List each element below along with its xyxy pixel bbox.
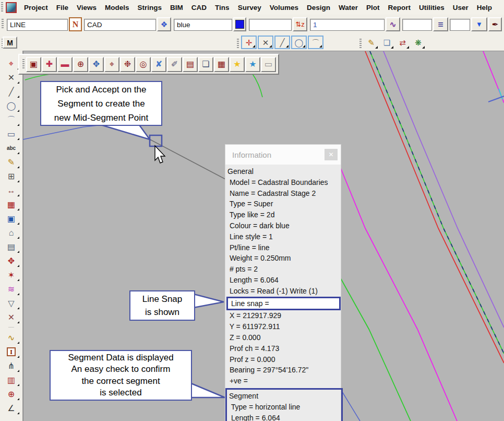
zoom-all-button[interactable]: ❉ — [120, 57, 135, 72]
swap-string-button[interactable]: ⇄ — [395, 36, 410, 49]
parcel-tool[interactable]: ⌂ — [3, 226, 20, 240]
image-insert-tool[interactable]: ▤ — [3, 240, 20, 254]
cad-toggle-m[interactable]: M — [3, 37, 17, 49]
menu-views[interactable]: Views — [73, 4, 101, 11]
sheet-string-button[interactable]: ❏ — [380, 36, 394, 49]
pan-button[interactable]: ✥ — [89, 57, 104, 72]
menu-help[interactable]: Help — [473, 4, 496, 11]
menu-plot[interactable]: Plot — [362, 4, 384, 11]
redraw-button[interactable]: ✐ — [167, 57, 182, 72]
copy-object-tool[interactable]: ▣ — [3, 212, 20, 226]
snap-icon: ⌒ — [312, 39, 320, 46]
height-input[interactable] — [249, 19, 292, 31]
info-row: Type like = 2d — [227, 209, 341, 220]
sidebar-tool-icon: ⌖ — [9, 60, 14, 68]
menu-strings[interactable]: Strings — [134, 4, 166, 11]
sidebar-tool-icon: ↔ — [7, 186, 16, 195]
segment-snap-button[interactable]: ╱ — [274, 36, 290, 49]
field-notes-tool[interactable]: ▥ — [3, 373, 20, 387]
linestyle-input[interactable] — [402, 19, 432, 31]
measure-tool[interactable]: ↔ — [3, 183, 20, 197]
information-panel-header[interactable]: Information ✕ — [225, 145, 341, 165]
toolbar-grip[interactable] — [22, 59, 25, 69]
string-name-input[interactable] — [7, 19, 68, 31]
point-create-tool[interactable]: ⌖ — [3, 56, 20, 71]
zoom-out-button[interactable]: ▬ — [57, 57, 73, 72]
eyedropper-button[interactable]: ✒ — [488, 17, 502, 31]
sidebar-separator[interactable]: ┈┈ — [3, 324, 20, 331]
app-icon[interactable] — [6, 2, 17, 13]
traverse-tool[interactable]: ⊕ — [3, 387, 20, 401]
zoom-locate-button[interactable]: ◎ — [136, 57, 151, 72]
name-picker-button[interactable]: N — [69, 17, 82, 31]
line-create-tool[interactable]: ╱ — [3, 85, 20, 99]
arc-snap-button[interactable]: ⌒ — [308, 36, 323, 49]
fan-string-button[interactable]: ❋ — [411, 36, 425, 49]
circle-snap-button[interactable]: ◯ — [291, 36, 307, 49]
segment-highlight-box: Segment Type = horizontal line Length = … — [225, 388, 343, 421]
toolbar-grip[interactable] — [1, 2, 3, 13]
zoom-dynamic-button[interactable]: ⌖ — [104, 57, 119, 72]
tin-input[interactable] — [450, 19, 470, 31]
arc-create-tool[interactable]: ⌒ — [3, 113, 20, 127]
drape-point-tool[interactable]: ✶ — [3, 268, 20, 282]
view-menu-button[interactable]: ▣ — [26, 57, 41, 72]
menu-survey[interactable]: Survey — [234, 4, 266, 11]
copy-view-button[interactable]: ❏ — [198, 57, 213, 72]
toolbar-grip[interactable] — [359, 39, 362, 49]
page-layout-button[interactable]: ▦ — [214, 57, 229, 72]
point-snap-button[interactable]: ✛ — [241, 36, 257, 49]
toolbar-grip[interactable] — [237, 39, 239, 49]
draw-string-button[interactable]: ✎ — [364, 36, 378, 49]
angle-tool[interactable]: ∠ — [3, 401, 20, 415]
menu-volumes[interactable]: Volumes — [266, 4, 303, 11]
menu-models[interactable]: Models — [101, 4, 134, 11]
toolbar-grip[interactable] — [2, 19, 4, 29]
cross-create-tool[interactable]: ✕ — [3, 71, 20, 85]
cancel-redraw-button[interactable]: ✘ — [151, 57, 166, 72]
delete-point-tool[interactable]: ✕ — [3, 310, 20, 324]
rectangle-create-tool[interactable]: ▭ — [3, 127, 20, 141]
menu-bim[interactable]: BIM — [166, 4, 187, 11]
survey-instrument-tool[interactable]: ⋔ — [3, 359, 20, 373]
colour-input[interactable] — [174, 19, 232, 31]
model-picker-icon[interactable]: ❖ — [157, 17, 171, 31]
new-view-button[interactable]: ▭ — [261, 57, 276, 72]
interface-tool[interactable]: I — [3, 345, 20, 359]
menu-file[interactable]: File — [52, 4, 73, 11]
linestyle-picker-button[interactable]: ∿ — [386, 17, 400, 31]
zoom-in-button[interactable]: ✚ — [42, 57, 57, 72]
menu-design[interactable]: Design — [303, 4, 334, 11]
symbol-create-tool[interactable]: ✎ — [3, 155, 20, 169]
weight-lines-button[interactable]: ≡ — [433, 17, 448, 31]
weight-input[interactable] — [310, 19, 385, 31]
menu-water[interactable]: Water — [334, 4, 362, 11]
menu-tins[interactable]: Tins — [211, 4, 234, 11]
favourites-star-button[interactable]: ★ — [230, 57, 245, 72]
zoom-extents-button[interactable]: ⊕ — [73, 57, 88, 72]
colour-swatch-button[interactable] — [233, 17, 246, 31]
line-snap-button[interactable]: ✕ — [258, 36, 273, 49]
menu-utilities[interactable]: Utilities — [415, 4, 449, 11]
move-drag-tool[interactable]: ✥ — [3, 254, 20, 268]
menu-user[interactable]: User — [449, 4, 473, 11]
close-icon[interactable]: ✕ — [325, 149, 338, 160]
table-tool[interactable]: ▦ — [3, 197, 20, 212]
plot-view-button[interactable]: ▤ — [183, 57, 198, 72]
sidebar-tool-icon: ╱ — [9, 88, 14, 96]
menu-project[interactable]: Project — [20, 4, 52, 11]
shared-star-button[interactable]: ★ — [245, 57, 260, 72]
point-id-tool[interactable]: ⊞ — [3, 169, 20, 183]
fence-polygon-tool[interactable]: ▽ — [3, 296, 20, 310]
colour-line-tool[interactable]: ≋ — [3, 282, 20, 296]
tin-dropdown-button[interactable]: ▼ — [471, 17, 487, 31]
freehand-draw-tool[interactable]: ∿ — [3, 331, 20, 345]
model-input[interactable] — [84, 19, 156, 31]
snap-icon: ◯ — [295, 39, 304, 46]
sidebar-tool-icon: ✥ — [8, 257, 15, 265]
text-create-tool[interactable]: abc — [3, 141, 20, 155]
circle-create-tool[interactable]: ◯ — [3, 99, 20, 113]
z-height-button[interactable]: ⇅z — [293, 17, 307, 31]
menu-cad[interactable]: CAD — [187, 4, 211, 11]
menu-report[interactable]: Report — [383, 4, 415, 11]
